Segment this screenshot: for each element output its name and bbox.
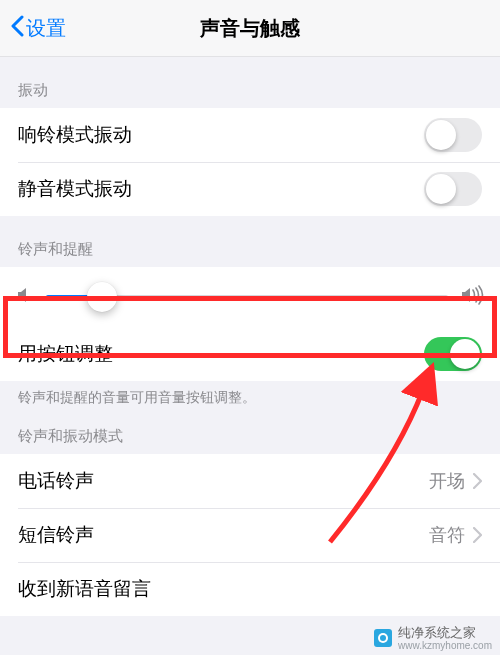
chevron-right-icon — [473, 473, 482, 489]
nav-bar: 设置 声音与触感 — [0, 0, 500, 57]
cell-silent-vibrate[interactable]: 静音模式振动 — [0, 162, 500, 216]
toggle-change-with-buttons[interactable] — [424, 337, 482, 371]
silent-vibrate-label: 静音模式振动 — [18, 176, 132, 202]
speaker-high-icon — [460, 285, 484, 309]
cell-change-with-buttons[interactable]: 用按钮调整 — [0, 327, 500, 381]
chevron-left-icon — [10, 15, 24, 42]
group-vibration: 响铃模式振动 静音模式振动 — [0, 108, 500, 216]
page-title: 声音与触感 — [0, 15, 500, 42]
watermark: 纯净系统之家 www.kzmyhome.com — [374, 624, 492, 651]
watermark-logo-icon — [374, 629, 392, 647]
section-footer-change-with-buttons: 铃声和提醒的音量可用音量按钮调整。 — [0, 381, 500, 411]
toggle-ring-vibrate[interactable] — [424, 118, 482, 152]
chevron-right-icon — [473, 527, 482, 543]
back-button[interactable]: 设置 — [0, 15, 66, 42]
speaker-low-icon — [16, 286, 34, 308]
toggle-silent-vibrate[interactable] — [424, 172, 482, 206]
group-change-with-buttons: 用按钮调整 — [0, 327, 500, 381]
ringtone-value: 开场 — [429, 469, 465, 493]
svg-point-1 — [380, 635, 386, 641]
volume-slider-row — [0, 267, 500, 327]
section-header-ringer: 铃声和提醒 — [0, 216, 500, 267]
cell-text-tone[interactable]: 短信铃声 音符 — [0, 508, 500, 562]
back-label: 设置 — [26, 15, 66, 42]
section-header-vibration: 振动 — [0, 57, 500, 108]
volume-slider-thumb[interactable] — [87, 282, 117, 312]
cell-ring-vibrate[interactable]: 响铃模式振动 — [0, 108, 500, 162]
change-with-buttons-label: 用按钮调整 — [18, 341, 113, 367]
text-tone-value: 音符 — [429, 523, 465, 547]
cell-voicemail[interactable]: 收到新语音留言 — [0, 562, 500, 616]
volume-slider[interactable] — [46, 295, 448, 299]
group-sound-pattern: 电话铃声 开场 短信铃声 音符 收到新语音留言 — [0, 454, 500, 616]
text-tone-label: 短信铃声 — [18, 522, 94, 548]
ringtone-label: 电话铃声 — [18, 468, 94, 494]
section-header-sound-pattern: 铃声和振动模式 — [0, 411, 500, 454]
cell-ringtone[interactable]: 电话铃声 开场 — [0, 454, 500, 508]
voicemail-label: 收到新语音留言 — [18, 576, 151, 602]
watermark-url: www.kzmyhome.com — [398, 640, 492, 651]
ring-vibrate-label: 响铃模式振动 — [18, 122, 132, 148]
